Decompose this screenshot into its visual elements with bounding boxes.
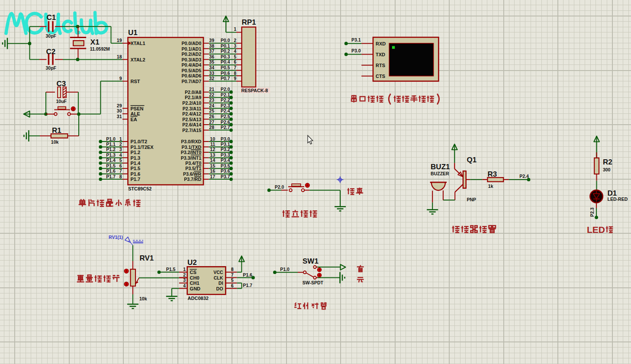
svg-text:P2.7/A15: P2.7/A15 xyxy=(182,128,201,133)
svg-text:P2.0: P2.0 xyxy=(275,184,284,190)
svg-text:P3.5: P3.5 xyxy=(221,163,230,168)
svg-text:VCC: VCC xyxy=(213,270,223,275)
svg-text:P2.0: P2.0 xyxy=(221,87,230,92)
svg-text:7: 7 xyxy=(234,65,236,70)
svg-text:22: 22 xyxy=(209,92,214,97)
svg-text:30pF: 30pF xyxy=(46,33,57,39)
svg-text:30pF: 30pF xyxy=(46,65,57,71)
svg-text:P1.3: P1.3 xyxy=(131,155,141,161)
svg-text:P1.7: P1.7 xyxy=(106,174,116,179)
svg-text:P3.6/WR: P3.6/WR xyxy=(183,171,201,177)
svg-text:P0.6/AD6: P0.6/AD6 xyxy=(181,73,201,78)
svg-text:P2.4: P2.4 xyxy=(519,174,529,179)
svg-text:5: 5 xyxy=(234,54,236,59)
svg-text:C1: C1 xyxy=(47,13,56,22)
svg-text:P0.5: P0.5 xyxy=(221,65,230,70)
svg-text:P0.4/AD4: P0.4/AD4 xyxy=(181,62,201,68)
svg-text:P3.6: P3.6 xyxy=(221,168,230,174)
svg-text:1: 1 xyxy=(234,26,236,32)
svg-text:BUZ1: BUZ1 xyxy=(431,163,450,171)
svg-text:GND: GND xyxy=(190,286,201,291)
svg-text:ADC0832: ADC0832 xyxy=(188,296,209,301)
svg-text:3: 3 xyxy=(234,43,236,48)
svg-text:U2: U2 xyxy=(187,258,197,267)
svg-text:P0.1/AD1: P0.1/AD1 xyxy=(181,46,201,52)
svg-text:5: 5 xyxy=(231,277,234,283)
svg-text:CH0: CH0 xyxy=(190,275,200,280)
svg-text:P2.2/A10: P2.2/A10 xyxy=(182,100,201,106)
svg-text:R2: R2 xyxy=(603,158,612,166)
svg-text:33: 33 xyxy=(209,71,214,76)
svg-text:P2.4/A12: P2.4/A12 xyxy=(182,111,201,116)
svg-text:P3.1/TXD: P3.1/TXD xyxy=(181,145,201,150)
svg-text:P1.5: P1.5 xyxy=(106,163,116,168)
svg-text:6: 6 xyxy=(231,283,234,288)
svg-text:8: 8 xyxy=(234,71,236,76)
svg-text:P0.0/AD0: P0.0/AD0 xyxy=(181,41,201,46)
svg-text:P1.6: P1.6 xyxy=(106,168,116,174)
svg-text:P1.7: P1.7 xyxy=(131,177,141,182)
svg-text:CH1: CH1 xyxy=(190,280,200,286)
svg-text:2: 2 xyxy=(183,272,186,277)
svg-text:P2.3: P2.3 xyxy=(221,103,230,108)
svg-text:P2.1/A9: P2.1/A9 xyxy=(185,95,201,100)
svg-text:7: 7 xyxy=(231,272,234,277)
svg-text:P2.0/A8: P2.0/A8 xyxy=(185,90,201,95)
svg-text:25: 25 xyxy=(209,108,214,113)
svg-text:1: 1 xyxy=(119,136,122,142)
svg-text:P1.5: P1.5 xyxy=(131,166,141,171)
svg-text:P3.2/INT0: P3.2/INT0 xyxy=(181,150,201,155)
svg-text:Q1: Q1 xyxy=(467,156,477,164)
svg-text:P3.0/RXD: P3.0/RXD xyxy=(181,139,201,144)
svg-text:P3.2: P3.2 xyxy=(221,147,230,152)
svg-text:P1.1: P1.1 xyxy=(106,142,116,147)
svg-text:RP1: RP1 xyxy=(242,18,256,26)
svg-text:CS: CS xyxy=(190,270,196,275)
svg-text:10uF: 10uF xyxy=(56,99,67,104)
svg-text:5: 5 xyxy=(119,158,122,163)
svg-text:2: 2 xyxy=(119,142,122,147)
svg-text:RTS: RTS xyxy=(376,63,385,68)
svg-text:RV1(1): RV1(1) xyxy=(109,235,123,240)
svg-text:14: 14 xyxy=(210,158,215,163)
svg-text:30: 30 xyxy=(117,108,122,113)
svg-text:21: 21 xyxy=(209,87,214,92)
svg-text:P1.0: P1.0 xyxy=(280,267,290,272)
svg-text:P0.0: P0.0 xyxy=(221,38,230,43)
svg-text:DO: DO xyxy=(216,286,223,291)
svg-text:P0.3: P0.3 xyxy=(221,54,230,59)
svg-text:9: 9 xyxy=(234,76,236,81)
svg-text:4: 4 xyxy=(183,283,186,288)
svg-text:P2.5/A13: P2.5/A13 xyxy=(182,117,201,122)
svg-text:P1.0: P1.0 xyxy=(106,136,116,142)
svg-text:3: 3 xyxy=(183,277,186,283)
svg-text:P1.1/T2EX: P1.1/T2EX xyxy=(131,145,154,150)
svg-text:P1.7: P1.7 xyxy=(243,283,252,288)
svg-text:P1.5: P1.5 xyxy=(166,267,176,272)
svg-text:ALE: ALE xyxy=(131,111,140,116)
svg-text:RV1: RV1 xyxy=(140,254,154,262)
svg-text:34: 34 xyxy=(209,65,214,70)
svg-text:P1.0/T2: P1.0/T2 xyxy=(131,139,148,144)
svg-text:35: 35 xyxy=(209,59,214,64)
svg-text:R3: R3 xyxy=(487,170,497,178)
svg-text:1: 1 xyxy=(183,267,186,272)
svg-text:P2.5: P2.5 xyxy=(221,114,230,119)
svg-text:BUZZER: BUZZER xyxy=(431,171,449,176)
svg-text:P1.6: P1.6 xyxy=(131,171,141,177)
svg-text:P0.5/AD5: P0.5/AD5 xyxy=(181,68,201,73)
svg-text:RST: RST xyxy=(131,79,140,84)
svg-text:P3.5/T1: P3.5/T1 xyxy=(185,166,201,171)
svg-text:R1: R1 xyxy=(52,126,61,135)
svg-text:P3.3: P3.3 xyxy=(221,152,230,158)
svg-text:P1.2: P1.2 xyxy=(131,150,141,155)
svg-text:32: 32 xyxy=(209,76,214,81)
svg-text:P2.2: P2.2 xyxy=(221,97,230,103)
svg-text:P1.4: P1.4 xyxy=(106,158,116,163)
svg-text:P2.4: P2.4 xyxy=(221,108,230,113)
svg-text:P3.7: P3.7 xyxy=(221,174,230,179)
svg-text:DI: DI xyxy=(219,280,223,286)
svg-text:P3.7/RD: P3.7/RD xyxy=(184,177,201,182)
svg-text:XTAL2: XTAL2 xyxy=(131,57,145,62)
svg-text:17: 17 xyxy=(210,174,215,179)
